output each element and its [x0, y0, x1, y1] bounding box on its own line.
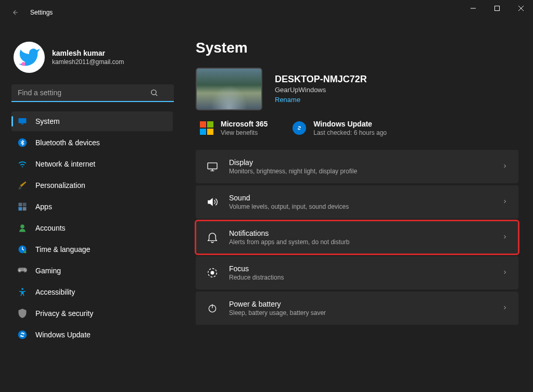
nav-item-accounts[interactable]: Accounts [11, 218, 173, 238]
titlebar: Settings [0, 0, 533, 25]
nav-item-system[interactable]: System [11, 111, 173, 131]
card-sub: Volume levels, output, input, sound devi… [229, 203, 349, 210]
maximize-button[interactable] [485, 0, 509, 17]
nav: System Bluetooth & devices Network & int… [11, 111, 173, 345]
windows-update-icon [293, 121, 306, 135]
windows-update-info[interactable]: Windows Update Last checked: 6 hours ago [293, 120, 387, 136]
nav-label: Time & language [35, 245, 90, 254]
nav-item-accessibility[interactable]: Accessibility [11, 282, 173, 302]
sync-icon [18, 330, 27, 339]
card-sound[interactable]: Sound Volume levels, output, input, soun… [196, 185, 518, 219]
card-focus[interactable]: Focus Reduce distractions [196, 256, 518, 289]
card-title: Focus [229, 264, 284, 273]
bell-icon [206, 231, 219, 244]
chevron-right-icon [502, 162, 508, 171]
nav-item-apps[interactable]: Apps [11, 197, 173, 217]
svg-point-16 [18, 331, 27, 339]
nav-label: Gaming [35, 267, 61, 275]
rename-link[interactable]: Rename [275, 96, 300, 104]
nav-label: Windows Update [35, 331, 91, 339]
person-icon [18, 223, 27, 233]
svg-rect-4 [21, 124, 24, 125]
card-sub: Sleep, battery usage, battery saver [229, 309, 326, 317]
nav-label: Privacy & security [35, 309, 93, 318]
chevron-right-icon [502, 304, 508, 313]
card-title: Sound [229, 194, 349, 202]
search-icon [150, 88, 158, 99]
card-title: Notifications [229, 229, 349, 237]
device-sub: GearUpWindows [275, 86, 367, 94]
brush-icon [18, 181, 27, 190]
svg-rect-9 [23, 207, 27, 211]
nav-label: Bluetooth & devices [35, 138, 100, 147]
device-thumbnail[interactable] [196, 68, 262, 110]
shield-icon [18, 309, 27, 318]
svg-rect-0 [495, 6, 500, 11]
settings-cards: Display Monitors, brightness, night ligh… [196, 150, 518, 325]
close-button[interactable] [509, 0, 533, 17]
avatar [14, 42, 45, 73]
monitor-icon [18, 117, 27, 126]
card-display[interactable]: Display Monitors, brightness, night ligh… [196, 150, 518, 183]
card-power[interactable]: Power & battery Sleep, battery usage, ba… [196, 292, 518, 325]
svg-point-19 [211, 271, 214, 274]
nav-item-gaming[interactable]: Gaming [11, 261, 173, 281]
svg-point-14 [25, 270, 26, 271]
info-row: Microsoft 365 View benefits Windows Upda… [196, 120, 518, 136]
svg-point-15 [21, 288, 23, 290]
chevron-right-icon [502, 268, 508, 277]
nav-label: Accessibility [35, 288, 75, 296]
card-title: Power & battery [229, 300, 326, 308]
apps-icon [18, 202, 27, 211]
search-wrap [11, 84, 173, 102]
focus-icon [206, 267, 219, 279]
nav-item-privacy[interactable]: Privacy & security [11, 304, 173, 323]
svg-rect-17 [208, 163, 217, 169]
ms365-icon [200, 121, 213, 135]
nav-item-personalization[interactable]: Personalization [11, 175, 173, 195]
svg-point-13 [24, 269, 25, 270]
power-icon [206, 302, 219, 314]
nav-item-update[interactable]: Windows Update [11, 325, 173, 345]
sound-icon [206, 196, 219, 208]
chevron-right-icon [502, 233, 508, 242]
back-button[interactable] [10, 7, 21, 18]
svg-rect-8 [19, 207, 22, 211]
info-sub: View benefits [221, 129, 268, 136]
window-controls [461, 0, 533, 25]
svg-point-1 [21, 62, 25, 66]
card-sub: Monitors, brightness, night light, displ… [229, 168, 357, 175]
user-email: kamlesh2011@gmail.com [52, 58, 124, 66]
svg-point-10 [20, 224, 24, 229]
nav-item-network[interactable]: Network & internet [11, 154, 173, 174]
nav-label: System [35, 117, 60, 125]
chevron-right-icon [502, 197, 508, 207]
sidebar: kamlesh kumar kamlesh2011@gmail.com Syst… [0, 25, 177, 392]
svg-rect-6 [19, 203, 22, 207]
nav-label: Apps [35, 203, 52, 211]
ms365-info[interactable]: Microsoft 365 View benefits [200, 120, 268, 136]
display-icon [206, 160, 219, 173]
info-title: Microsoft 365 [221, 120, 268, 128]
nav-item-bluetooth[interactable]: Bluetooth & devices [11, 133, 173, 153]
info-title: Windows Update [313, 120, 387, 128]
card-sub: Reduce distractions [229, 274, 284, 281]
gamepad-icon [18, 266, 27, 275]
user-section[interactable]: kamlesh kumar kamlesh2011@gmail.com [11, 37, 173, 82]
card-notifications[interactable]: Notifications Alerts from apps and syste… [196, 221, 518, 254]
card-sub: Alerts from apps and system, do not dist… [229, 238, 349, 246]
clock-icon [18, 245, 27, 254]
accessibility-icon [18, 287, 27, 297]
device-row: DESKTOP-NMJC72R GearUpWindows Rename [196, 68, 518, 110]
card-title: Display [229, 158, 357, 167]
nav-label: Personalization [35, 181, 85, 189]
page-title: System [196, 40, 518, 56]
nav-label: Accounts [35, 224, 66, 232]
wifi-icon [18, 159, 27, 169]
app-title: Settings [30, 9, 53, 16]
nav-item-time[interactable]: Time & language [11, 239, 173, 259]
svg-point-12 [24, 251, 27, 254]
minimize-button[interactable] [461, 0, 485, 17]
user-name: kamlesh kumar [52, 49, 124, 57]
svg-point-2 [151, 90, 156, 95]
